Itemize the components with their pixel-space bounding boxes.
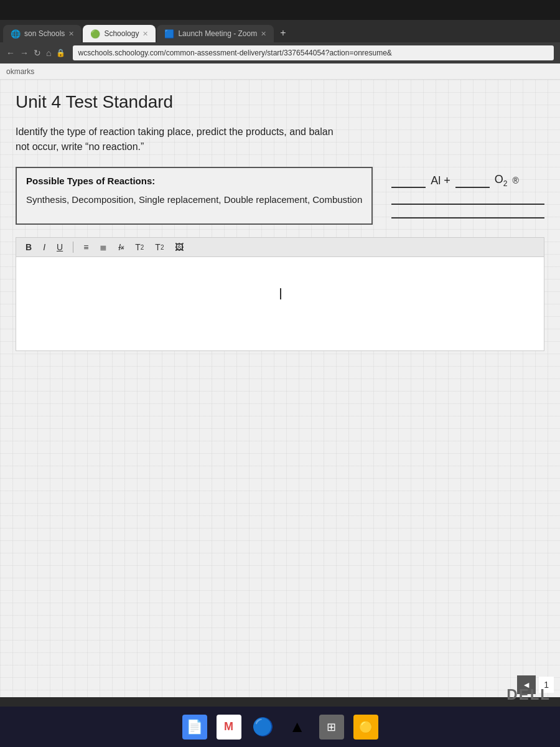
tab-close-schoology[interactable]: ✕	[142, 30, 148, 38]
bold-button[interactable]: B	[22, 241, 35, 253]
tab-label-son-schools: son Schools	[24, 29, 65, 38]
image-button[interactable]: 🖼	[172, 241, 187, 253]
editor-toolbar: B I U ≡ ≣ Ix T2 T2 🖼	[16, 238, 544, 257]
equation-area: Al + O2 ®	[391, 167, 544, 225]
toolbar-divider-1	[73, 242, 73, 253]
unordered-list-button[interactable]: ≣	[96, 241, 110, 253]
tab-zoom[interactable]: 🟦 Launch Meeting - Zoom ✕	[157, 25, 274, 42]
taskbar: 📄 M 🔵 ▲ ⊞ 🟡	[0, 707, 560, 747]
clear-format-button[interactable]: Ix	[115, 241, 127, 253]
page-title: Unit 4 Test Standard	[16, 92, 544, 112]
equation-line: Al + O2 ®	[391, 173, 544, 188]
taskbar-keep-icon[interactable]: 🟡	[353, 715, 378, 740]
home-button[interactable]: ⌂	[46, 48, 51, 58]
taskbar-drive-icon[interactable]: ▲	[285, 715, 310, 740]
taskbar-apps-icon[interactable]: ⊞	[319, 715, 344, 740]
tab-schoology[interactable]: 🟢 Schoology ✕	[83, 25, 156, 42]
tab-label-schoology: Schoology	[104, 29, 139, 38]
answer-area: Possible Types of Reactions: Synthesis, …	[16, 167, 544, 225]
address-bar: ← → ↻ ⌂ 🔒	[0, 42, 560, 63]
superscript-button[interactable]: T2	[132, 241, 147, 253]
new-tab-button[interactable]: +	[275, 24, 291, 42]
top-decorative-bar	[0, 0, 560, 20]
underline-button[interactable]: U	[54, 241, 66, 253]
tab-icon-son-schools: 🌐	[11, 29, 21, 39]
taskbar-docs-icon[interactable]: 📄	[182, 715, 207, 740]
reload-button[interactable]: ↻	[34, 48, 41, 58]
tab-icon-zoom: 🟦	[164, 29, 174, 39]
address-input[interactable]	[73, 45, 554, 60]
equation-blank-2	[455, 173, 490, 188]
tab-close-son-schools[interactable]: ✕	[68, 30, 74, 38]
tab-label-zoom: Launch Meeting - Zoom	[178, 29, 257, 38]
question-text: Identify the type of reaction taking pla…	[16, 125, 544, 154]
bookmark-label: okmarks	[6, 67, 34, 76]
editor-container: B I U ≡ ≣ Ix T2 T2 🖼	[16, 237, 544, 351]
forward-button[interactable]: →	[20, 48, 29, 58]
question-text-part1: Identify the type of reaction taking pla…	[16, 126, 334, 137]
circled-r-symbol: ®	[513, 176, 519, 186]
dell-logo: DELL	[506, 686, 551, 703]
taskbar-gmail-icon[interactable]: M	[217, 715, 241, 740]
ordered-list-button[interactable]: ≡	[80, 241, 91, 253]
lock-icon: 🔒	[56, 49, 65, 57]
taskbar-chrome-icon[interactable]: 🔵	[251, 715, 276, 740]
text-cursor	[280, 288, 281, 299]
tab-close-zoom[interactable]: ✕	[261, 30, 266, 38]
question-text-part2: not occur, write “no reaction.”	[16, 141, 144, 152]
tab-son-schools[interactable]: 🌐 son Schools ✕	[3, 25, 82, 42]
answer-line-1	[391, 204, 544, 205]
equation-element-2: O2	[495, 173, 508, 188]
back-button[interactable]: ←	[6, 48, 15, 58]
possible-reactions-box: Possible Types of Reactions: Synthesis, …	[16, 167, 373, 225]
bookmark-bar: okmarks	[0, 63, 560, 80]
italic-button[interactable]: I	[40, 241, 49, 253]
editor-text-area[interactable]	[16, 257, 544, 350]
answer-line-2	[391, 217, 544, 218]
page-content: Unit 4 Test Standard Identify the type o…	[0, 80, 560, 697]
equation-blank-1	[391, 173, 426, 188]
tab-bar: 🌐 son Schools ✕ 🟢 Schoology ✕ 🟦 Launch M…	[0, 20, 560, 42]
equation-element-1: Al +	[431, 174, 450, 187]
reactions-box-content: Synthesis, Decomposition, Single replace…	[26, 192, 362, 207]
reactions-box-title: Possible Types of Reactions:	[26, 176, 362, 186]
tab-icon-schoology: 🟢	[90, 29, 100, 39]
subscript-button[interactable]: T2	[152, 241, 167, 253]
